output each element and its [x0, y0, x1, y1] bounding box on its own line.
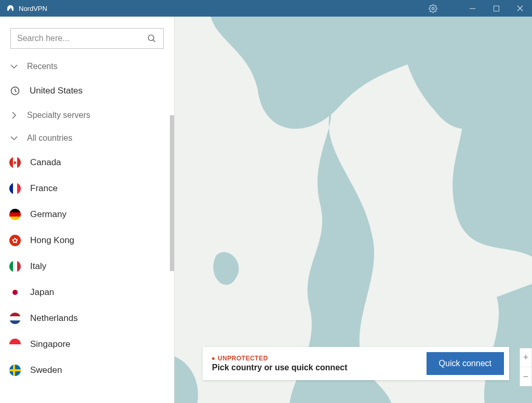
all-countries-section-header[interactable]: All countries — [0, 127, 174, 150]
flag-singapore-icon — [9, 339, 21, 350]
flag-canada-icon — [9, 157, 21, 168]
window-close-button[interactable] — [508, 0, 532, 17]
app-name: NordVPN — [19, 5, 47, 12]
country-item-germany[interactable]: Germany — [0, 202, 174, 227]
chevron-down-icon — [10, 63, 18, 70]
country-item-netherlands[interactable]: Netherlands — [0, 305, 174, 331]
country-name: Italy — [30, 261, 46, 272]
svg-line-6 — [153, 40, 155, 42]
specialty-section-header[interactable]: Specialty servers — [0, 104, 174, 127]
country-name: Canada — [30, 157, 61, 168]
country-item-canada[interactable]: Canada — [0, 150, 174, 176]
country-name: Germany — [30, 209, 66, 220]
minimize-icon — [470, 6, 475, 11]
zoom-controls: + − — [520, 348, 532, 386]
clock-icon — [10, 86, 20, 96]
status-badge: UNPROTECTED — [212, 355, 427, 362]
country-name: Netherlands — [30, 313, 78, 324]
country-item-japan[interactable]: Japan — [0, 279, 174, 305]
flag-france-icon — [9, 183, 21, 194]
country-item-singapore[interactable]: Singapore — [0, 331, 174, 357]
flag-hong-kong-icon: ✿ — [9, 235, 21, 246]
server-list: Recents United States Specialty servers — [0, 55, 174, 403]
world-map-icon — [175, 17, 532, 403]
flag-netherlands-icon — [9, 313, 21, 324]
country-name: Hong Kong — [30, 235, 74, 246]
window-minimize-button[interactable] — [460, 0, 484, 17]
maximize-icon — [494, 6, 499, 11]
country-name: Japan — [30, 287, 54, 298]
map-area[interactable]: UNPROTECTED Pick country or use quick co… — [175, 17, 532, 403]
flag-japan-icon — [9, 287, 21, 298]
country-name: Singapore — [30, 339, 71, 350]
zoom-in-button[interactable]: + — [520, 348, 531, 367]
svg-rect-2 — [494, 6, 499, 11]
country-item-italy[interactable]: Italy — [0, 253, 174, 279]
app-logo-icon — [6, 4, 15, 12]
chevron-right-icon — [10, 112, 18, 119]
titlebar-left: NordVPN — [0, 4, 47, 12]
country-name: Sweden — [30, 365, 62, 375]
status-bar: UNPROTECTED Pick country or use quick co… — [203, 347, 509, 380]
flag-italy-icon — [9, 261, 21, 272]
status-dot-icon — [212, 357, 215, 360]
sidebar: Recents United States Specialty servers — [0, 17, 175, 403]
search-input[interactable] — [17, 34, 147, 43]
svg-point-0 — [432, 7, 434, 9]
svg-point-5 — [148, 35, 154, 41]
country-item-france[interactable]: France — [0, 176, 174, 202]
recent-item-united-states[interactable]: United States — [0, 78, 174, 104]
zoom-out-button[interactable]: − — [520, 367, 531, 386]
recents-section-header[interactable]: Recents — [0, 55, 174, 78]
titlebar: NordVPN — [0, 0, 532, 17]
status-message: Pick country or use quick connect — [212, 363, 427, 372]
flag-sweden-icon — [9, 365, 21, 376]
section-label: Recents — [27, 62, 58, 71]
gear-icon — [429, 4, 437, 13]
sidebar-scrollbar[interactable] — [170, 115, 174, 271]
section-label: All countries — [27, 133, 72, 143]
search-box[interactable] — [10, 28, 164, 49]
close-icon — [517, 5, 523, 11]
section-label: Specialty servers — [27, 111, 90, 120]
country-item-hong-kong[interactable]: ✿ Hong Kong — [0, 227, 174, 253]
country-name: United States — [30, 86, 83, 96]
settings-button[interactable] — [421, 0, 445, 17]
window-maximize-button[interactable] — [484, 0, 508, 17]
search-icon — [147, 33, 157, 44]
flag-germany-icon — [9, 209, 21, 220]
quick-connect-button[interactable]: Quick connect — [427, 352, 504, 375]
chevron-down-icon — [10, 135, 18, 142]
content: Recents United States Specialty servers — [0, 17, 532, 403]
country-item-sweden[interactable]: Sweden — [0, 357, 174, 383]
country-name: France — [30, 183, 58, 194]
